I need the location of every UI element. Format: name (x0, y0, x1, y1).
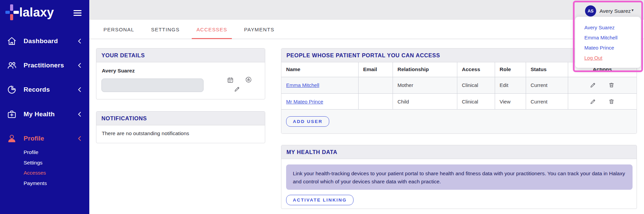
patient-link-mateo-prince[interactable]: Mr Mateo Prince (286, 99, 323, 104)
chevron-left-icon[interactable] (78, 87, 81, 92)
dropdown-item-avery-suarez[interactable]: Avery Suarez (575, 23, 641, 33)
sidebar-item-label: My Health (24, 111, 55, 118)
sidebar-subitem-label: Payments (24, 180, 47, 186)
calendar-icon[interactable] (227, 77, 234, 83)
col-header-role: Role (495, 62, 526, 77)
cell-status: Current (526, 77, 568, 93)
sidebar-subitem-profile[interactable]: Profile (24, 148, 38, 157)
cell-relationship: Child (393, 93, 457, 110)
col-header-email: Email (358, 62, 393, 77)
user-menu-name[interactable]: Avery Suarez (600, 8, 631, 14)
col-header-status: Status (526, 62, 568, 77)
tab-personal[interactable]: PERSONAL (99, 20, 139, 39)
table-row: Mr Mateo Prince Child Clinical View Curr… (281, 93, 637, 110)
add-user-button[interactable]: ADD USER (286, 116, 329, 127)
chevron-left-icon[interactable] (78, 63, 81, 68)
patient-link-emma-mitchell[interactable]: Emma Mitchell (286, 82, 319, 88)
my-health-data-card: MY HEALTH DATA Link your health-tracking… (281, 145, 637, 209)
cell-access: Clinical (457, 77, 495, 93)
halaxy-logo-icon (5, 4, 19, 20)
sidebar-subitem-payments[interactable]: Payments (24, 179, 47, 188)
hamburger-menu-icon[interactable] (73, 10, 82, 17)
activate-linking-button[interactable]: ACTIVATE LINKING (286, 195, 354, 205)
notifications-card: NOTIFICATIONS There are no outstanding n… (96, 111, 265, 143)
practitioners-icon (7, 60, 17, 70)
portal-card-footer: ADD USER (281, 109, 637, 133)
sidebar-item-label: Records (24, 86, 50, 93)
col-header-name: Name (281, 62, 358, 77)
user-dropdown: Avery Suarez Emma Mitchell Mateo Prince … (575, 17, 641, 68)
col-header-access: Access (457, 62, 495, 77)
records-icon (7, 85, 17, 95)
cell-access: Clinical (457, 93, 495, 110)
dropdown-item-emma-mitchell[interactable]: Emma Mitchell (575, 33, 641, 43)
chevron-down-icon[interactable]: ▾ (632, 8, 634, 12)
tab-payments[interactable]: PAYMENTS (239, 20, 279, 39)
sidebar-item-practitioners[interactable]: Practitioners (0, 58, 89, 73)
sidebar-subitem-label: Settings (24, 160, 42, 166)
sidebar-item-my-health[interactable]: My Health (0, 107, 89, 122)
cell-email (358, 93, 393, 110)
sidebar-subitem-settings[interactable]: Settings (24, 158, 42, 167)
edit-pencil-icon[interactable] (590, 82, 596, 88)
edit-pencil-icon[interactable] (590, 98, 596, 105)
your-details-title: YOUR DETAILS (96, 49, 265, 62)
chevron-left-icon[interactable] (78, 38, 81, 44)
top-bar (89, 0, 644, 20)
reset-password-icon[interactable] (245, 76, 252, 83)
sidebar-item-records[interactable]: Records (0, 82, 89, 97)
delete-trash-icon[interactable] (608, 98, 615, 105)
notifications-title: NOTIFICATIONS (96, 112, 265, 125)
edit-pencil-icon[interactable] (234, 86, 240, 92)
col-header-relationship: Relationship (393, 62, 457, 77)
user-full-name: Avery Suarez (102, 68, 135, 74)
chevron-left-icon[interactable] (78, 112, 81, 117)
sidebar-item-label: Practitioners (24, 62, 64, 69)
cell-relationship: Mother (393, 77, 457, 93)
halaxy-logo[interactable]: lalaxy (5, 4, 54, 20)
sidebar-item-dashboard[interactable]: Dashboard (0, 34, 89, 49)
tab-accesses[interactable]: ACCESSES (192, 20, 232, 39)
sidebar-subitem-label: Profile (24, 149, 38, 155)
sidebar-subitem-accesses[interactable]: Accesses (24, 168, 46, 178)
my-health-icon (7, 109, 17, 119)
sidebar-item-label: Profile (24, 135, 44, 142)
portal-access-table: Name Email Relationship Access Role Stat… (281, 62, 637, 110)
sidebar-subitem-label: Accesses (24, 170, 46, 176)
halaxy-wordmark: lalaxy (19, 4, 54, 20)
chevron-left-icon[interactable] (78, 136, 81, 141)
avatar[interactable]: AS (585, 5, 596, 17)
my-health-data-title: MY HEALTH DATA (281, 145, 637, 159)
sidebar: lalaxy Dashboard Practitioners Records (0, 0, 89, 214)
cell-role: Edit (495, 77, 526, 93)
home-icon (7, 36, 17, 46)
delete-trash-icon[interactable] (608, 82, 615, 88)
details-input[interactable] (101, 79, 204, 92)
sidebar-item-label: Dashboard (24, 37, 58, 45)
cell-role: View (495, 93, 526, 110)
your-details-card: YOUR DETAILS Avery Suarez (96, 48, 265, 99)
dropdown-item-mateo-prince[interactable]: Mateo Prince (575, 43, 641, 53)
tab-bar: PERSONAL SETTINGS ACCESSES PAYMENTS (89, 20, 644, 39)
sidebar-item-profile[interactable]: Profile (0, 131, 89, 146)
table-row: Emma Mitchell Mother Clinical Edit Curre… (281, 77, 637, 93)
cell-email (358, 77, 393, 93)
tab-settings[interactable]: SETTINGS (146, 20, 184, 39)
log-out-link[interactable]: Log Out (575, 53, 641, 63)
health-data-info-box: Link your health-tracking devices to you… (286, 164, 633, 190)
cell-status: Current (526, 93, 568, 110)
profile-icon (7, 133, 17, 144)
notifications-message: There are no outstanding notifications (102, 130, 189, 136)
